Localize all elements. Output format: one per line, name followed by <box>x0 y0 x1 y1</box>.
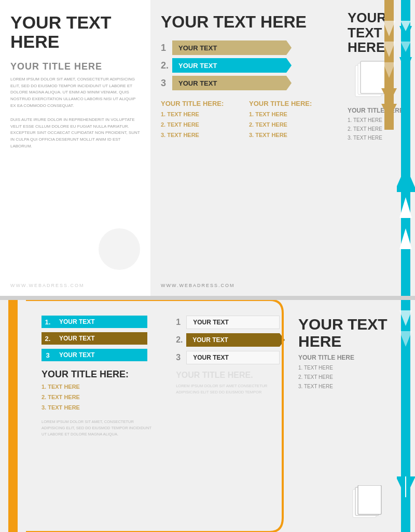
wlist-num-1: 1 <box>176 318 186 327</box>
list-tab-3: YOUR TEXT <box>172 76 286 90</box>
top-middle-panel: YOUR TEXT HERE 1 YOUR TEXT 2. YOUR TEXT … <box>150 0 342 296</box>
bottom-section: 1. YOUR TEXT 2. YOUR TEXT 3 YOUR TEXT YO… <box>0 300 415 532</box>
bold-list-item-3: 3 YOUR TEXT <box>42 349 155 361</box>
wlist-item-2: 2. YOUR TEXT <box>176 333 280 347</box>
list-num-2: 2. <box>161 60 172 71</box>
bottom-list-left-item-3: 3. TEXT HERE <box>161 130 244 141</box>
bottom-right-subtitle: YOUR TITLE HERE <box>298 354 407 361</box>
top-middle-main-title: YOUR TEXT HERE <box>161 13 332 31</box>
list-tab-2: YOUR TEXT <box>172 58 286 73</box>
bottom-middle-faded-body: LOREM IPSUM DOLOR SIT AMET CONSECTETUR A… <box>176 383 280 395</box>
bottom-left-list-item-2: 2. TEXT HERE <box>42 392 155 403</box>
bottom-right-item-3: 3. TEXT HERE <box>298 382 407 391</box>
bold-num-2: 2. <box>42 332 54 345</box>
orange-left-border <box>0 300 26 532</box>
svg-marker-17 <box>381 88 397 104</box>
bottom-list-right: YOUR TITLE HERE: 1. TEXT HERE 2. TEXT HE… <box>249 100 332 140</box>
wlist-num-2: 2. <box>176 335 186 345</box>
decorative-circle <box>99 228 140 270</box>
top-middle-watermark: WWW.WEBADRESS.COM <box>161 283 235 288</box>
bottom-list-right-item-3: 3. TEXT HERE <box>249 130 332 141</box>
bold-tab-2: YOUR TEXT <box>54 332 147 345</box>
list-num-1: 1 <box>161 43 172 53</box>
bottom-right-panel: YOUR TEXT HERE YOUR TITLE HERE 1. TEXT H… <box>290 300 415 532</box>
top-section: YOUR TEXT HERE YOUR TITLE HERE LOREM IPS… <box>0 0 415 296</box>
bottom-right-item-1: 1. TEXT HERE <box>298 363 407 373</box>
bold-num-1: 1. <box>42 316 54 328</box>
gold-arrows-svg <box>381 0 397 130</box>
wlist-tab-3: YOUR TEXT <box>186 351 280 364</box>
bottom-list-left: YOUR TITLE HERE: 1. TEXT HERE 2. TEXT HE… <box>161 100 244 140</box>
top-left-body1: LOREM IPSUM DOLOR SIT AMET, CONSECTETUR … <box>10 76 140 110</box>
list-item-3: 3 YOUR TEXT <box>161 76 332 90</box>
bottom-middle-panel: 1 YOUR TEXT 2. YOUR TEXT 3 YOUR TEXT YOU… <box>165 300 290 532</box>
top-left-subtitle: YOUR TITLE HERE <box>10 61 140 72</box>
top-left-watermark: WWW.WEBADRESS.COM <box>10 283 85 288</box>
bottom-right-item-2: 2. TEXT HERE <box>298 373 407 382</box>
bottom-right-main-title: YOUR TEXT HERE <box>298 316 407 350</box>
list-tab-1: YOUR TEXT <box>172 40 286 55</box>
svg-marker-10 <box>397 166 415 192</box>
top-left-main-title: YOUR TEXT HERE <box>10 13 140 52</box>
bottom-left-title: YOUR TITLE HERE: <box>42 369 155 380</box>
bottom-left-list-item-3: 3. TEXT HERE <box>42 403 155 413</box>
bold-list-item-2: 2. YOUR TEXT <box>42 332 155 345</box>
wlist-item-1: 1 YOUR TEXT <box>176 316 280 329</box>
wlist-item-3: 3 YOUR TEXT <box>176 351 280 364</box>
wlist-num-3: 3 <box>176 353 186 362</box>
bold-list-item-1: 1. YOUR TEXT <box>42 316 155 328</box>
bottom-cyan-arrows-svg <box>397 300 415 532</box>
bottom-list-right-title: YOUR TITLE HERE: <box>249 100 332 107</box>
cyan-arrows-svg <box>397 0 415 296</box>
bottom-lists: YOUR TITLE HERE: 1. TEXT HERE 2. TEXT HE… <box>161 100 332 140</box>
bottom-list-right-item-1: 1. TEXT HERE <box>249 110 332 120</box>
wlist-tab-2: YOUR TEXT <box>186 333 280 347</box>
svg-rect-22 <box>358 485 381 514</box>
list-item-1: 1 YOUR TEXT <box>161 40 332 55</box>
list-num-3: 3 <box>161 78 172 89</box>
bottom-left-list-item-1: 1. TEXT HERE <box>42 382 155 392</box>
section-divider <box>0 296 415 300</box>
bottom-list-right-item-2: 2. TEXT HERE <box>249 120 332 130</box>
bold-num-3: 3 <box>42 349 54 361</box>
list-item-2: 2. YOUR TEXT <box>161 58 332 73</box>
bold-tab-3: YOUR TEXT <box>54 349 147 361</box>
svg-rect-19 <box>8 300 18 532</box>
bottom-list-left-item-2: 2. TEXT HERE <box>161 120 244 130</box>
bold-tab-1: YOUR TEXT <box>54 316 147 328</box>
bottom-left-body: LOREM IPSUM DOLOR SIT AMET, CONSECTETUR … <box>42 419 155 438</box>
bottom-paper-icon <box>348 485 389 522</box>
bottom-left-panel: 1. YOUR TEXT 2. YOUR TEXT 3 YOUR TEXT YO… <box>31 300 165 532</box>
bottom-middle-faded-title: YOUR TITLE HERE. <box>176 371 280 380</box>
top-left-panel: YOUR TEXT HERE YOUR TITLE HERE LOREM IPS… <box>0 0 150 296</box>
top-left-body2: DUIS AUTE IRURE DOLOR IN REPREHENDERIT I… <box>10 117 140 150</box>
wlist-tab-1: YOUR TEXT <box>186 316 280 329</box>
svg-marker-18 <box>381 104 397 119</box>
bottom-list-left-title: YOUR TITLE HERE: <box>161 100 244 107</box>
bottom-left-title-section: YOUR TITLE HERE: 1. TEXT HERE 2. TEXT HE… <box>42 369 155 413</box>
bottom-list-left-item-1: 1. TEXT HERE <box>161 110 244 120</box>
